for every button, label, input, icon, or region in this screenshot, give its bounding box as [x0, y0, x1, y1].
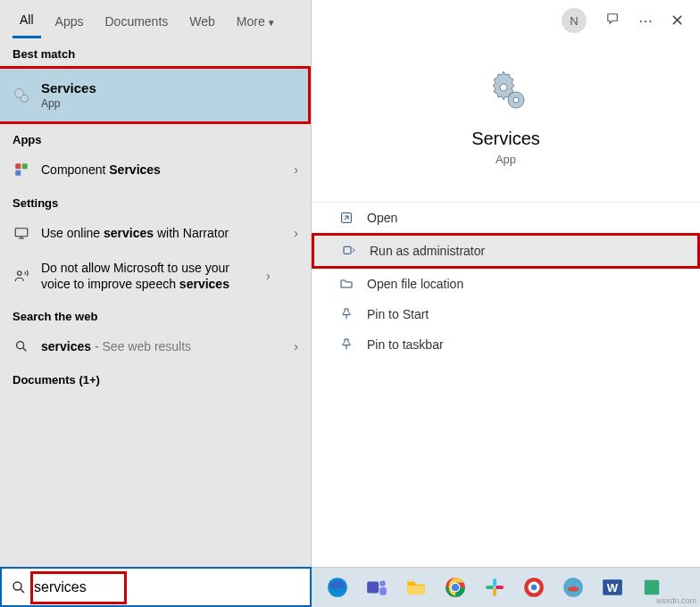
open-icon [338, 211, 354, 225]
taskbar-slack[interactable] [476, 570, 513, 605]
section-best-match: Best match [0, 38, 311, 66]
svg-rect-33 [645, 580, 660, 595]
svg-point-1 [21, 95, 28, 102]
search-box[interactable] [0, 567, 312, 607]
search-icon [11, 579, 27, 595]
svg-rect-25 [493, 588, 496, 596]
svg-point-22 [452, 584, 460, 592]
taskbar-explorer[interactable] [397, 570, 435, 605]
svg-rect-4 [15, 170, 21, 176]
preview-subtitle: App [329, 153, 682, 166]
svg-rect-23 [493, 578, 496, 586]
result-component-services[interactable]: Component Services › [0, 152, 311, 187]
gears-icon [12, 87, 30, 104]
result-narrator-services[interactable]: Use online services with Narrator › [0, 215, 311, 251]
result-title: Services [41, 79, 296, 97]
tab-documents[interactable]: Documents [97, 9, 175, 37]
taskbar: W [312, 567, 700, 607]
more-icon[interactable]: ⋯ [638, 12, 653, 29]
folder-icon [338, 277, 354, 291]
taskbar-chrome[interactable] [437, 570, 474, 605]
footer: W wsxdn.com [0, 567, 700, 607]
feedback-icon[interactable] [604, 11, 621, 30]
pin-icon [338, 307, 354, 321]
section-search-web: Search the web [0, 301, 311, 328]
svg-rect-24 [486, 586, 494, 589]
action-open-location[interactable]: Open file location [312, 269, 700, 299]
titlebar: N ⋯ ✕ [312, 0, 700, 41]
shield-run-icon [341, 244, 357, 258]
preview-block: Services App [312, 41, 700, 175]
section-apps: Apps [0, 124, 311, 152]
svg-point-10 [513, 97, 519, 103]
tab-all[interactable]: All [12, 7, 41, 38]
preview-pane: N ⋯ ✕ Services App Open Run as administr… [312, 0, 700, 567]
svg-point-6 [18, 271, 22, 276]
svg-rect-3 [22, 163, 28, 169]
taskbar-word[interactable]: W [594, 570, 631, 605]
component-icon [12, 161, 30, 179]
action-open[interactable]: Open [312, 203, 700, 233]
tab-apps[interactable]: Apps [48, 9, 91, 37]
result-subtitle: App [41, 97, 296, 112]
chevron-right-icon: › [294, 226, 298, 240]
action-pin-start[interactable]: Pin to Start [312, 299, 700, 329]
chevron-right-icon: › [294, 339, 298, 353]
user-avatar[interactable]: N [562, 8, 587, 33]
svg-rect-12 [344, 246, 351, 254]
svg-point-13 [13, 582, 21, 590]
search-input[interactable] [34, 579, 301, 595]
filter-tabs: All Apps Documents Web More▼ [0, 0, 311, 38]
pin-icon [338, 337, 354, 352]
taskbar-teams[interactable] [358, 570, 396, 605]
svg-rect-17 [379, 587, 387, 595]
result-web-services[interactable]: services - See web results › [0, 328, 311, 364]
monitor-icon [12, 224, 30, 242]
close-icon[interactable]: ✕ [671, 11, 684, 30]
taskbar-app2[interactable] [554, 570, 592, 605]
gears-icon [484, 68, 529, 112]
action-pin-taskbar[interactable]: Pin to taskbar [312, 329, 700, 360]
tab-more[interactable]: More▼ [229, 9, 283, 37]
result-services-app[interactable]: Services App [0, 66, 311, 124]
taskbar-edge[interactable] [319, 570, 356, 605]
person-speak-icon [12, 267, 30, 285]
svg-text:W: W [607, 581, 619, 595]
watermark: wsxdn.com [656, 596, 696, 605]
chevron-right-icon: › [294, 162, 298, 177]
chevron-right-icon: › [266, 269, 271, 283]
section-documents: Documents (1+) [0, 364, 311, 392]
result-speech-services[interactable]: Do not allow Microsoft to use your voice… [0, 251, 311, 301]
svg-rect-5 [15, 229, 28, 237]
svg-rect-18 [407, 586, 425, 595]
section-settings: Settings [0, 187, 311, 215]
action-run-as-admin[interactable]: Run as administrator [312, 233, 700, 269]
preview-title: Services [329, 129, 682, 149]
results-pane: All Apps Documents Web More▼ Best match … [0, 0, 312, 567]
svg-point-8 [500, 84, 507, 91]
svg-rect-15 [367, 582, 379, 594]
svg-rect-26 [496, 586, 504, 589]
svg-point-16 [379, 580, 386, 586]
svg-point-29 [531, 585, 538, 591]
taskbar-app1[interactable] [515, 570, 553, 605]
tab-web[interactable]: Web [182, 9, 222, 37]
actions-list: Open Run as administrator Open file loca… [312, 202, 700, 360]
svg-point-7 [17, 342, 24, 349]
svg-rect-2 [15, 163, 21, 169]
search-icon [12, 337, 30, 355]
